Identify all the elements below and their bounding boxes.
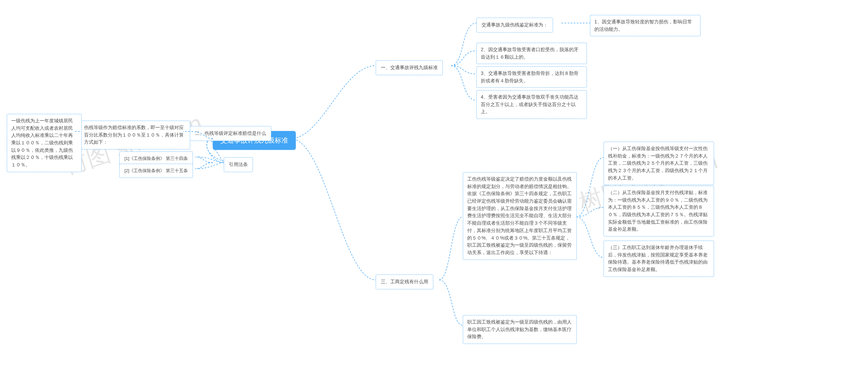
branch-1[interactable]: 一、交通事故评残九级标准 xyxy=(376,60,443,75)
branch-3-c1[interactable]: 工伤伤残等级鉴定决定了赔偿的力度金额以及伤残标准的规定划分，与劳动者的赔偿情况是… xyxy=(463,172,577,260)
branch-2-c1-d1[interactable]: 一级伤残为上一年度城镇居民人均可支配收入或者农村居民人均纯收入标准乘以二十年再乘… xyxy=(7,114,82,172)
branch-1-c1-label[interactable]: 交通事故九级伤残鉴定标准为： xyxy=(476,18,553,33)
branch-1-c3[interactable]: 3、交通事故导致受害者肋骨骨折，达到８肋骨折或者有４肋骨缺失。 xyxy=(476,66,587,88)
branch-2-c1[interactable]: 伤残等级作为赔偿标准的系数，即一至十级对应百分比系数分别为１００％至１０％，具体… xyxy=(80,121,190,149)
connectors xyxy=(0,0,868,390)
refs-r2[interactable]: [2]《工伤保险条例》 第三十五条 xyxy=(119,164,193,178)
refs[interactable]: 引用法条 xyxy=(224,157,253,172)
branch-1-c1-d1[interactable]: 1、因交通事故导致轻度的智力损伤，影响日常的活动能力。 xyxy=(590,15,701,36)
branch-3-c1-d1[interactable]: （一）从工伤保险基金按伤残等级支付一次性伤残补助金，标准为：一级伤残为２７个月的… xyxy=(604,142,714,185)
branch-1-c4[interactable]: 4、受害者因为交通事故导致双手丧失功能高达百分之五十以上，或者缺失手指达百分之十… xyxy=(476,90,587,119)
connectors-left xyxy=(0,0,868,390)
branch-3-c2[interactable]: 职工因工致残被鉴定为一级至四级伤残的，由用人单位和职工个人以伤残津贴为基数，缴纳… xyxy=(463,315,577,344)
branch-3[interactable]: 三、工商定残有什么用 xyxy=(376,274,433,289)
branch-1-c2[interactable]: 2、因交通事故导致受害者口腔受伤，脱落的牙齿达到１６颗以上的。 xyxy=(476,43,587,64)
branch-3-c1-d3[interactable]: （三）工伤职工达到退休年龄并办理退休手续后，停发伤残津贴，按照国家规定享受基本养… xyxy=(604,241,714,277)
branch-2[interactable]: 二、伤残等级评定标准赔偿是什么 xyxy=(190,126,271,141)
branch-3-c1-d2[interactable]: （二）从工伤保险基金按月支付伤残津贴，标准为：一级伤残为本人工资的９０％，二级伤… xyxy=(604,186,714,237)
